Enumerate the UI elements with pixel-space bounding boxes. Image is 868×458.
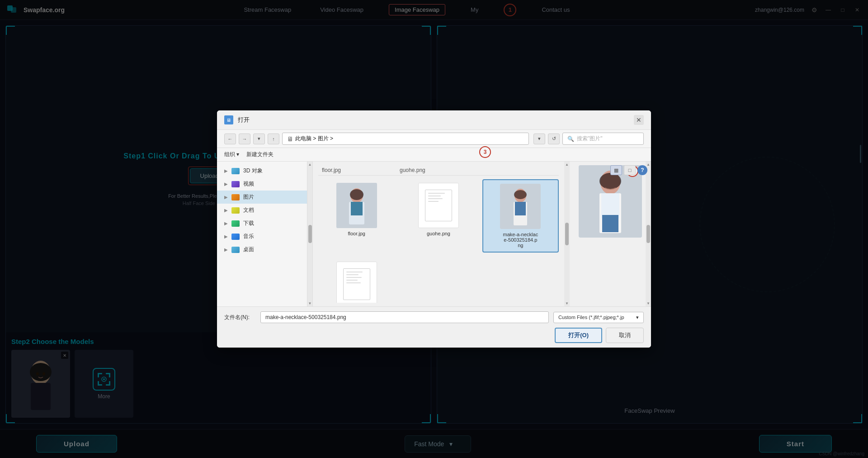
dialog-cancel-button[interactable]: 取消 [606, 328, 644, 343]
file-item-necklace[interactable]: make-a-necklace-500325184.png [482, 179, 559, 253]
right-preview-scrollbar[interactable]: ▲ ▼ [646, 162, 651, 306]
organize-button[interactable]: 组织 ▾ [224, 151, 239, 158]
scrollbar-thumb[interactable] [308, 225, 312, 243]
files-content: floor.jpg guohe.png [313, 162, 564, 306]
dialog-up-button[interactable]: ↑ [268, 134, 279, 144]
file-item-guohe[interactable]: guohe.png [400, 179, 476, 253]
filename-input[interactable]: make-a-necklace-500325184.png [260, 311, 549, 323]
filename-label: 文件名(N): [224, 314, 256, 321]
files-grid: floor.jpg [318, 179, 559, 303]
dialog-body: ▶ 3D 对象 ▶ 视频 ▶ 图片 ▶ 文档 [217, 162, 651, 306]
view-details-button[interactable]: □ [624, 165, 636, 175]
file-thumb-floor [336, 183, 377, 228]
sidebar-label-dl: 下载 [243, 219, 254, 227]
dialog-back-button[interactable]: ← [224, 134, 236, 144]
file-item-floor[interactable]: floor.jpg [318, 179, 395, 253]
filetype-dropdown[interactable]: Custom Files (*.jfif;*.pjpeg;*.jp ▾ [553, 312, 644, 323]
right-file-item-necklace[interactable] [573, 165, 647, 238]
dialog-nav-dropdown2[interactable]: ▾ [533, 134, 545, 144]
scrollbar-up-arrow[interactable]: ▲ [308, 162, 312, 167]
dialog-buttons-row: 打开(O) 取消 [224, 328, 644, 343]
dialog-organize-row: 组织 ▾ 新建文件夹 3 [217, 148, 651, 162]
sidebar-item-3d[interactable]: ▶ 3D 对象 [217, 164, 307, 177]
sidebar-item-dl[interactable]: ▶ 下载 [217, 217, 307, 230]
dialog-title-icon: 🖥 [224, 115, 233, 124]
dialog-search-box[interactable]: 🔍 搜索"图片" [562, 133, 644, 145]
sidebar-label-music: 音乐 [243, 233, 254, 240]
svg-rect-32 [602, 215, 618, 232]
file-name-necklace: make-a-necklace-500325184.png [503, 232, 538, 248]
doc-icon-guohe [425, 190, 452, 221]
search-icon: 🔍 [567, 136, 574, 142]
sidebar-label-pics: 图片 [243, 193, 254, 201]
sidebar-item-video[interactable]: ▶ 视频 [217, 177, 307, 191]
files-scrollbar-thumb[interactable] [565, 223, 569, 245]
help-button[interactable]: ? [637, 165, 647, 175]
sidebar-arrow-3d: ▶ [224, 168, 228, 173]
scrollbar-down-arrow[interactable]: ▼ [308, 301, 312, 305]
files-header: floor.jpg guohe.png [318, 165, 559, 176]
folder-icon-docs [231, 207, 240, 214]
svg-point-27 [514, 190, 527, 199]
svg-rect-21 [351, 202, 363, 215]
view-grid-button[interactable]: ▦ [610, 165, 622, 175]
doc-icon-flowchart [343, 268, 370, 300]
folder-icon-dl [231, 220, 240, 227]
files-scrollbar-up[interactable]: ▲ [565, 162, 569, 167]
dialog-footer: 文件名(N): make-a-necklace-500325184.png Cu… [217, 306, 651, 348]
dialog-forward-button[interactable]: → [239, 134, 250, 144]
new-folder-button[interactable]: 新建文件夹 [246, 151, 274, 158]
sidebar-arrow-docs: ▶ [224, 208, 228, 213]
file-name-guohe: guohe.png [427, 231, 450, 236]
sidebar-label-video: 视频 [243, 180, 254, 188]
dialog-sidebar: ▶ 3D 对象 ▶ 视频 ▶ 图片 ▶ 文档 [217, 162, 307, 306]
sidebar-item-desktop[interactable]: ▶ 桌面 [217, 243, 307, 256]
file-item-flowchart[interactable]: 进销存流程图.png [318, 258, 395, 303]
dialog-overlay: 🖥 打开 ✕ ← → ▾ ↑ 🖥 此电脑 > 图片 > ▾ ↺ 🔍 搜索"图片" [0, 0, 868, 458]
sidebar-item-pics[interactable]: ▶ 图片 [217, 191, 307, 204]
svg-point-22 [350, 189, 363, 200]
file-dialog: 🖥 打开 ✕ ← → ▾ ↑ 🖥 此电脑 > 图片 > ▾ ↺ 🔍 搜索"图片" [217, 110, 651, 348]
file-name-floor: floor.jpg [348, 231, 365, 236]
sidebar-item-music[interactable]: ▶ 音乐 [217, 230, 307, 243]
filetype-dropdown-arrow: ▾ [636, 315, 639, 320]
dialog-refresh-button[interactable]: ↺ [548, 134, 560, 144]
dialog-files-area: floor.jpg guohe.png [313, 162, 651, 306]
folder-icon-desktop [231, 247, 240, 253]
dialog-toolbar: ← → ▾ ↑ 🖥 此电脑 > 图片 > ▾ ↺ 🔍 搜索"图片" [217, 130, 651, 148]
sidebar-arrow-dl: ▶ [224, 221, 228, 226]
search-placeholder-text: 搜索"图片" [577, 135, 603, 143]
dialog-dropdown-button[interactable]: ▾ [253, 134, 265, 144]
filename-row: 文件名(N): make-a-necklace-500325184.png Cu… [224, 311, 644, 323]
folder-icon-music [231, 234, 240, 240]
sidebar-arrow-desktop: ▶ [224, 247, 228, 252]
dialog-title-text: 打开 [238, 116, 629, 124]
sidebar-label-docs: 文档 [243, 206, 254, 214]
sidebar-arrow-music: ▶ [224, 234, 228, 239]
sidebar-arrow-video: ▶ [224, 181, 228, 186]
folder-icon-video [231, 181, 240, 187]
file-thumb-necklace [500, 184, 541, 229]
col-header-name: floor.jpg [322, 167, 400, 173]
folder-icon-3d [231, 168, 240, 174]
file-preview-necklace [500, 184, 541, 229]
dialog-view-options: ▦ □ ? [610, 165, 647, 175]
svg-rect-26 [515, 202, 526, 215]
svg-point-33 [599, 173, 621, 189]
sidebar-item-docs[interactable]: ▶ 文档 [217, 204, 307, 217]
files-scrollbar[interactable]: ▲ ▼ [564, 162, 570, 306]
dialog-close-button[interactable]: ✕ [634, 115, 644, 125]
right-files-preview-area: 4 [570, 162, 651, 306]
sidebar-scrollbar[interactable]: ▲ ▼ [307, 162, 313, 306]
files-scrollbar-down[interactable]: ▼ [565, 301, 569, 305]
col-header-name2: guohe.png [400, 167, 477, 173]
breadcrumb-text: 🖥 此电脑 > 图片 > [287, 135, 333, 143]
sidebar-label-desktop: 桌面 [243, 246, 254, 253]
svg-rect-31 [601, 193, 619, 218]
file-preview-floor [336, 183, 377, 228]
dialog-breadcrumb[interactable]: 🖥 此电脑 > 图片 > [282, 133, 529, 145]
dialog-confirm-button[interactable]: 打开(O) [555, 328, 602, 343]
step3-indicator: 3 [479, 146, 491, 158]
file-thumb-guohe [418, 183, 459, 228]
filetype-label: Custom Files (*.jfif;*.pjpeg;*.jp [558, 315, 624, 320]
